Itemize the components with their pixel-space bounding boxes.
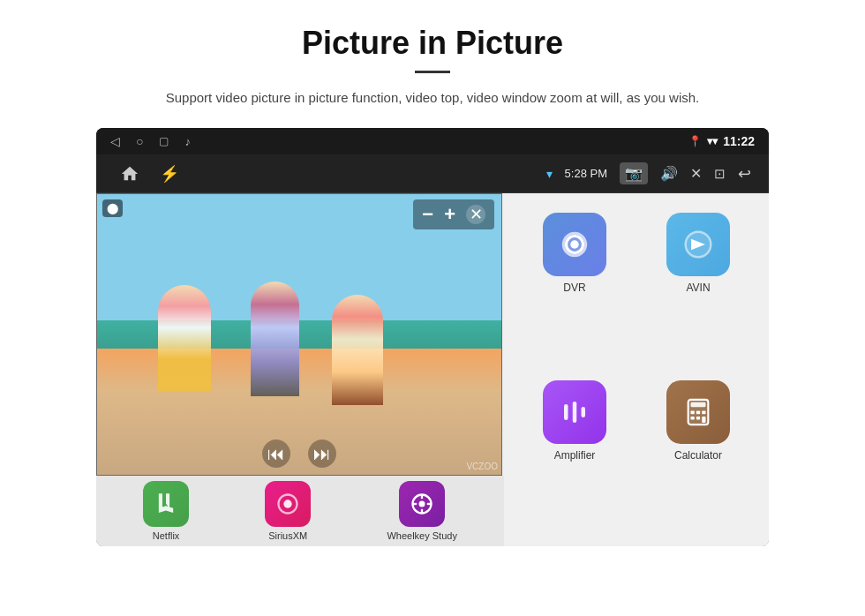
calculator-icon: [666, 380, 730, 444]
calculator-label: Calculator: [674, 449, 722, 462]
siriusxm-icon: [265, 481, 311, 527]
app-cell-amplifier[interactable]: Amplifier: [513, 370, 636, 537]
svg-rect-11: [573, 402, 577, 423]
home-button[interactable]: [114, 158, 146, 190]
pip-minus-button[interactable]: −: [422, 203, 433, 226]
pip-record-icon: ⬤: [102, 199, 123, 217]
app-item-netflix[interactable]: Netflix: [143, 481, 189, 541]
svg-rect-19: [696, 417, 700, 420]
svg-rect-18: [691, 417, 695, 420]
pip-plus-button[interactable]: +: [444, 203, 455, 226]
page-subtitle: Support video picture in picture functio…: [166, 87, 699, 109]
pip-prev-button[interactable]: ⏮: [262, 439, 290, 468]
title-divider: [415, 71, 450, 73]
person3: [332, 295, 383, 405]
bottom-apps-row: Netflix SiriusXM: [96, 476, 504, 546]
netflix-icon: [143, 481, 189, 527]
nav-left: ⚡: [114, 158, 179, 190]
usb-icon: ⚡: [160, 164, 179, 184]
pip-scene: [97, 194, 501, 475]
person2: [251, 282, 299, 396]
nav-bar: ⚡ ▾ 5:28 PM 📷 🔊 ✕ ⊡ ↩: [96, 154, 769, 193]
app-cell-calculator[interactable]: Calculator: [636, 370, 760, 537]
undo-icon[interactable]: ↩: [738, 164, 751, 184]
svg-rect-20: [702, 417, 705, 423]
siriusxm-label: SiriusXM: [268, 530, 307, 541]
back-nav-icon[interactable]: ◁: [110, 134, 120, 148]
media-icon: ♪: [184, 135, 191, 148]
app-cell-dvr[interactable]: DVR: [513, 202, 636, 370]
pip-icon[interactable]: ⊡: [714, 166, 726, 182]
app-grid: DVR AVIN: [504, 193, 769, 546]
wifi-status-icon: ▾: [546, 167, 553, 181]
svg-rect-17: [702, 411, 705, 415]
close-icon[interactable]: ✕: [690, 165, 702, 182]
svg-rect-15: [691, 411, 695, 415]
status-bar-left: ◁ ○ ▢ ♪: [110, 134, 191, 148]
nav-time: 5:28 PM: [565, 167, 607, 180]
amplifier-icon: [543, 380, 606, 444]
svg-rect-14: [691, 402, 706, 408]
watermark: VCZOO: [466, 462, 498, 471]
dvr-label: DVR: [563, 282, 585, 294]
svg-rect-12: [582, 407, 586, 417]
camera-button[interactable]: 📷: [620, 162, 648, 184]
nav-right: ▾ 5:28 PM 📷 🔊 ✕ ⊡ ↩: [546, 162, 751, 184]
home-nav-icon[interactable]: ○: [136, 134, 143, 148]
status-time: 11:22: [723, 134, 755, 148]
pip-top-right: − + ✕: [413, 199, 494, 229]
app-cell-avin[interactable]: AVIN: [636, 202, 760, 370]
device-frame: ◁ ○ ▢ ♪ 📍 ▾▾ 11:22: [96, 128, 769, 546]
pip-container[interactable]: ⬤ − + ✕ ⏮ ⏭ VCZOO: [96, 193, 502, 476]
svg-point-2: [419, 501, 425, 507]
pip-close-button[interactable]: ✕: [466, 205, 485, 224]
pip-next-button[interactable]: ⏭: [308, 439, 336, 468]
page-title: Picture in Picture: [302, 25, 563, 62]
amplifier-label: Amplifier: [554, 449, 596, 462]
dvr-icon: [543, 213, 606, 276]
wheelkey-label: Wheelkey Study: [387, 530, 456, 541]
svg-rect-16: [696, 411, 700, 415]
recents-nav-icon[interactable]: ▢: [159, 135, 169, 147]
avin-icon: [666, 213, 730, 276]
main-content: ⬤ − + ✕ ⏮ ⏭ VCZOO: [96, 193, 769, 546]
pip-video: ⬤ − + ✕ ⏮ ⏭ VCZOO: [97, 194, 501, 475]
pip-controls-top: ⬤: [102, 199, 123, 217]
wheelkey-icon: [399, 481, 445, 527]
avin-label: AVIN: [686, 282, 710, 294]
netflix-label: Netflix: [153, 530, 180, 541]
location-icon: 📍: [688, 135, 702, 147]
svg-point-0: [284, 500, 292, 507]
person1: [158, 285, 211, 391]
svg-rect-10: [564, 404, 568, 420]
status-bar-right: 📍 ▾▾ 11:22: [688, 134, 755, 148]
svg-point-8: [570, 240, 579, 249]
status-bar: ◁ ○ ▢ ♪ 📍 ▾▾ 11:22: [96, 128, 769, 154]
pip-playback-controls: ⏮ ⏭: [97, 439, 501, 468]
app-item-siriusxm[interactable]: SiriusXM: [265, 481, 311, 541]
volume-icon[interactable]: 🔊: [660, 165, 678, 182]
app-item-wheelkey[interactable]: Wheelkey Study: [387, 481, 456, 541]
wifi-icon: ▾▾: [707, 135, 718, 147]
